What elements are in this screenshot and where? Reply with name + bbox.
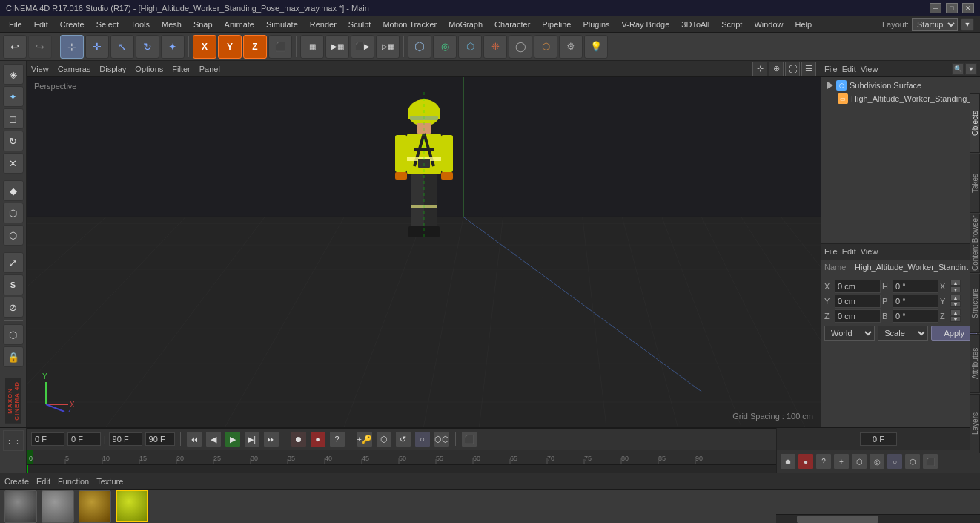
tl-icon-expand[interactable]: ⬛: [922, 453, 938, 470]
vp-move-icon[interactable]: ⊹: [752, 62, 767, 76]
timeline-scrollbar[interactable]: [776, 514, 980, 523]
mat-function-menu[interactable]: Function: [58, 477, 89, 486]
menu-mograph[interactable]: MoGraph: [443, 19, 489, 30]
mat-thumb-climbing[interactable]: climbing: [4, 490, 37, 524]
lt-diamond-btn[interactable]: ◆: [3, 180, 24, 201]
rotate-tool-btn[interactable]: ↻: [136, 35, 159, 59]
viewport[interactable]: Perspective Grid Spacing : 100 cm X Y Z: [27, 77, 821, 427]
close-btn[interactable]: ✕: [962, 3, 974, 13]
cursor-tool-btn[interactable]: ⊹: [60, 35, 84, 59]
obj-search-btn[interactable]: 🔍: [952, 63, 964, 75]
lt-stamp-btn[interactable]: ⬡: [3, 324, 24, 345]
coord-h-val[interactable]: [893, 280, 938, 293]
lt-magnet-btn[interactable]: ⊘: [3, 297, 24, 318]
start-frame-input[interactable]: [67, 432, 101, 446]
render-region-btn[interactable]: ▦: [300, 35, 324, 59]
lt-rotate-btn[interactable]: ↻: [3, 131, 24, 151]
objects2-btn[interactable]: ❈: [483, 35, 507, 59]
lt-arrow-btn[interactable]: ⤢: [3, 252, 24, 273]
light-btn[interactable]: 💡: [584, 35, 608, 59]
lt-box-btn[interactable]: ◻: [3, 108, 24, 129]
menu-character[interactable]: Character: [489, 19, 536, 30]
record-btn[interactable]: ●: [310, 431, 326, 447]
question-btn[interactable]: ?: [329, 431, 345, 447]
keyframe-area[interactable]: [27, 465, 776, 473]
object-item-worker[interactable]: ▭ High_Altitude_Worker_Standing_: [823, 92, 979, 105]
menu-vray[interactable]: V-Ray Bridge: [616, 19, 676, 30]
coord-y-pos[interactable]: [835, 295, 881, 308]
coord-space-select[interactable]: World Object: [824, 326, 875, 341]
coord-z-dn[interactable]: ▼: [950, 316, 961, 322]
coord-z-up[interactable]: ▲: [950, 309, 961, 315]
menu-select[interactable]: Select: [90, 19, 125, 30]
menu-motion-tracker[interactable]: Motion Tracker: [377, 19, 443, 30]
tl-icon-curve[interactable]: ○: [887, 453, 903, 470]
key-record-btn[interactable]: ⏺: [291, 431, 307, 447]
render-anim-btn[interactable]: ⬛▶: [351, 35, 374, 59]
mat-create-menu[interactable]: Create: [4, 477, 29, 486]
tab-objects[interactable]: Objects: [970, 93, 980, 153]
coord-x-up[interactable]: ▲: [950, 280, 961, 286]
menu-file[interactable]: File: [3, 19, 28, 30]
menu-animate[interactable]: Animate: [219, 19, 260, 30]
menu-create[interactable]: Create: [54, 19, 90, 30]
menu-pipeline[interactable]: Pipeline: [536, 19, 577, 30]
lt-cube-btn[interactable]: ⬡: [3, 203, 24, 223]
tl-icon-key[interactable]: +: [833, 453, 850, 470]
render-preview-btn[interactable]: ▶▦: [325, 35, 349, 59]
prev-frame-btn[interactable]: ◀: [205, 431, 222, 447]
end-frame-input[interactable]: [109, 432, 142, 446]
current-frame-input[interactable]: [31, 432, 64, 446]
menu-snap[interactable]: Snap: [188, 19, 219, 30]
deform-btn[interactable]: ⬡: [534, 35, 557, 59]
h-scrollbar[interactable]: [776, 514, 980, 523]
menu-simulate[interactable]: Simulate: [260, 19, 304, 30]
layout-btn[interactable]: ▼: [961, 18, 974, 31]
mat-edit-menu[interactable]: Edit: [36, 477, 50, 486]
tab-layers[interactable]: Layers: [970, 394, 980, 453]
menu-3dtoall[interactable]: 3DToAll: [675, 19, 715, 30]
paint-btn[interactable]: ◎: [433, 35, 457, 59]
settings-btn[interactable]: ⚙: [559, 35, 583, 59]
persp-view-btn[interactable]: ⬡: [408, 35, 431, 59]
key-add-btn[interactable]: +🔑: [357, 431, 373, 447]
lt-mode-btn[interactable]: ◈: [3, 64, 24, 85]
layout-select[interactable]: Startup: [912, 18, 958, 31]
lt-cube2-btn[interactable]: ⬡: [3, 225, 24, 246]
tl-icon-onion[interactable]: ⬡: [904, 453, 921, 470]
tl-icon-mode[interactable]: ⬡: [851, 453, 867, 470]
vp-menu-panel[interactable]: Panel: [199, 65, 220, 73]
undo-btn[interactable]: ↩: [3, 35, 27, 59]
curve-btn[interactable]: ○: [414, 431, 431, 447]
transform-mode-select[interactable]: Scale Rotate Move: [878, 326, 928, 341]
coord-y-up[interactable]: ▲: [950, 295, 961, 300]
y-axis-btn[interactable]: Y: [218, 35, 242, 59]
mat-thumb-suitc[interactable]: suit_C: [116, 490, 148, 523]
go-end-btn[interactable]: ⏭: [263, 431, 279, 447]
mat-thumb-glb[interactable]: GLB: [42, 490, 74, 524]
vp-menu-options[interactable]: Options: [135, 65, 163, 73]
menu-help[interactable]: Help: [789, 19, 818, 30]
scroll-thumb[interactable]: [797, 516, 878, 523]
auto-key-btn[interactable]: ↺: [395, 431, 411, 447]
tab-structure[interactable]: Structure: [970, 274, 980, 333]
coord-z-pos[interactable]: [835, 309, 881, 323]
menu-window[interactable]: Window: [748, 19, 789, 30]
obj-edit-menu[interactable]: Edit: [842, 65, 856, 73]
vp-menu-display[interactable]: Display: [99, 65, 126, 73]
coord-x-dn[interactable]: ▼: [950, 286, 961, 292]
obj-view-menu[interactable]: View: [861, 65, 878, 73]
world-axis-btn[interactable]: ⬛: [268, 35, 292, 59]
x-axis-btn[interactable]: X: [193, 35, 216, 59]
tab-content-browser[interactable]: Content Browser: [970, 214, 980, 273]
tl-icon-rec-active[interactable]: ●: [798, 453, 814, 470]
tab-attributes[interactable]: Attributes: [970, 334, 980, 393]
mat-thumb-mathel[interactable]: mat_hel: [79, 490, 111, 524]
tl-icon-record[interactable]: ⏺: [780, 453, 796, 470]
move-tool-btn[interactable]: ✛: [85, 35, 109, 59]
lt-cross-btn[interactable]: ✕: [3, 153, 24, 174]
menu-tools[interactable]: Tools: [125, 19, 156, 30]
key-mode-btn[interactable]: ⬡: [376, 431, 392, 447]
coord-p-val[interactable]: [893, 295, 938, 308]
sphere-btn[interactable]: ◯: [509, 35, 532, 59]
